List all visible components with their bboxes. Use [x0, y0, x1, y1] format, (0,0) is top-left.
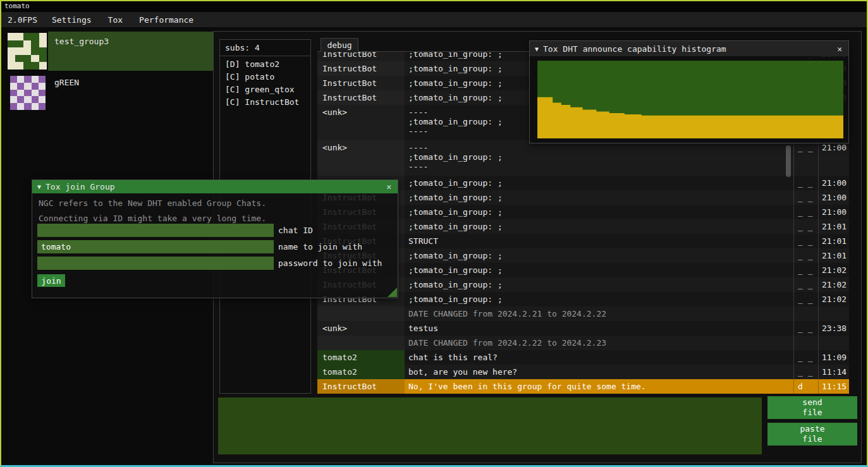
sender-name	[317, 306, 405, 321]
sender-name: InstructBot	[317, 61, 405, 76]
menu-performance[interactable]: Performance	[131, 15, 202, 25]
member-list: [D] tomato2[C] potato[C] green_qtox[C] I…	[220, 56, 310, 111]
menu-tox[interactable]: Tox	[100, 15, 131, 25]
message-status: _ _	[793, 234, 818, 248]
message-text: ;tomato_in_group: ;	[405, 277, 793, 292]
message-status: _ _	[793, 292, 818, 306]
message-time: 21:01	[818, 248, 849, 263]
message-status: _ _	[793, 263, 818, 277]
message-status	[793, 336, 818, 350]
sender-name	[317, 336, 405, 350]
message-text: chat is this real?	[405, 350, 793, 365]
paste-file-button[interactable]: paste file	[767, 423, 857, 446]
message-time	[818, 306, 849, 321]
message-status: d	[793, 379, 818, 394]
menu-items: SettingsToxPerformance	[44, 15, 202, 25]
message-status: _ _	[793, 205, 818, 219]
message-row: tomato2chat is this real?_ _11:09	[317, 350, 849, 365]
histogram-window: ▼ Tox DHT announce capability histogram …	[529, 40, 849, 143]
message-row: <unk>testus_ _23:38	[317, 321, 849, 336]
histogram-title: Tox DHT announce capability histogram	[543, 44, 831, 54]
chat-id-input[interactable]	[37, 224, 274, 237]
close-icon[interactable]: ✕	[836, 44, 843, 54]
message-time: 21:02	[818, 263, 849, 277]
send-file-button[interactable]: send file	[767, 396, 857, 419]
message-time: 11:15	[818, 379, 849, 394]
menubar: 2.0FPS SettingsToxPerformance	[1, 12, 867, 27]
sender-name: tomato2	[317, 365, 405, 379]
menu-settings[interactable]: Settings	[44, 15, 100, 25]
member-item[interactable]: [D] tomato2	[220, 58, 310, 71]
message-time: 21:02	[818, 292, 849, 306]
message-text: ;tomato_in_group: ;	[405, 176, 793, 190]
histogram-body	[530, 56, 848, 143]
message-time: 21:00	[818, 205, 849, 219]
scrollbar-thumb[interactable]	[786, 145, 791, 177]
message-time: 21:00	[818, 176, 849, 190]
tab-debug[interactable]: debug	[321, 38, 358, 52]
message-status: _ _	[793, 365, 818, 379]
join-title: Tox join Group	[46, 182, 381, 191]
date-separator-row: DATE CHANGED from 2024.2.22 to 2024.2.23	[317, 336, 849, 350]
fps-counter: 2.0FPS	[1, 15, 44, 25]
close-icon[interactable]: ✕	[385, 182, 393, 191]
message-text: ;tomato_in_group: ;	[405, 219, 793, 234]
message-status: _ _	[793, 176, 818, 190]
join-name-input[interactable]	[37, 240, 274, 253]
app-window: tomato 2.0FPS SettingsToxPerformance tes…	[0, 0, 868, 467]
collapse-icon[interactable]: ▼	[535, 45, 539, 52]
join-name-label: name to join with	[278, 240, 362, 253]
sender-name: <unk>	[317, 105, 405, 140]
message-text: ;tomato_in_group: ;	[405, 292, 793, 306]
message-text: STRUCT	[405, 234, 793, 248]
group-avatar	[8, 33, 47, 70]
message-text: testus	[405, 321, 793, 336]
join-button[interactable]: join	[37, 274, 65, 287]
member-item[interactable]: [C] InstructBot	[220, 96, 310, 109]
message-time: 21:01	[818, 219, 849, 234]
message-status: _ _	[793, 219, 818, 234]
message-status: _ _	[793, 248, 818, 263]
join-password-label: password to join with	[278, 257, 382, 270]
window-title: tomato	[4, 2, 30, 10]
join-info-line: NGC refers to the New DHT enabled Group …	[39, 198, 391, 209]
member-item[interactable]: [C] green_qtox	[220, 83, 310, 96]
group-item-green[interactable]: gREEN	[6, 75, 213, 111]
sender-name: InstructBot	[317, 76, 405, 90]
date-changed-text: DATE CHANGED from 2024.2.21 to 2024.2.22	[405, 306, 793, 321]
group-avatar	[10, 76, 46, 110]
message-text: ;tomato_in_group: ;	[405, 263, 793, 277]
message-time: 21:02	[818, 277, 849, 292]
members-header: subs: 4	[220, 40, 310, 56]
message-input[interactable]	[218, 397, 762, 454]
message-text: No, I've been in this group for quite so…	[405, 379, 793, 394]
collapse-icon[interactable]: ▼	[37, 183, 41, 190]
message-time: 21:01	[818, 234, 849, 248]
group-item-test_group3[interactable]: test_group3	[6, 32, 213, 71]
message-text: ;tomato_in_group: ;	[405, 190, 793, 205]
message-status: _ _	[793, 277, 818, 292]
join-password-input[interactable]	[37, 257, 274, 270]
message-row: tomato2bot, are you new here?_ _11:14	[317, 365, 849, 379]
message-time: 11:09	[818, 350, 849, 365]
window-titlebar[interactable]: tomato	[1, 1, 867, 12]
message-row: InstructBotNo, I've been in this group f…	[317, 379, 849, 394]
message-time: 21:00	[818, 190, 849, 205]
message-status: _ _	[793, 140, 818, 176]
message-text: ;tomato_in_group: ;	[405, 205, 793, 219]
join-group-window: ▼ Tox join Group ✕ NGC refers to the New…	[32, 179, 398, 298]
message-text: ---- ;tomato_in_group: ; ----	[405, 140, 793, 176]
join-info-line: Connecting via ID might take a very long…	[39, 213, 391, 224]
join-titlebar[interactable]: ▼ Tox join Group ✕	[32, 180, 398, 193]
histogram-plot[interactable]	[537, 61, 843, 138]
group-name: gREEN	[54, 78, 79, 87]
message-time: 11:14	[818, 365, 849, 379]
date-separator-row: DATE CHANGED from 2024.2.21 to 2024.2.22	[317, 306, 849, 321]
message-time: 23:38	[818, 321, 849, 336]
message-status	[793, 306, 818, 321]
histogram-titlebar[interactable]: ▼ Tox DHT announce capability histogram …	[530, 41, 848, 56]
message-status: _ _	[793, 190, 818, 205]
sender-name: InstructBot	[317, 52, 405, 61]
member-item[interactable]: [C] potato	[220, 71, 310, 83]
resize-grip[interactable]	[388, 288, 397, 297]
